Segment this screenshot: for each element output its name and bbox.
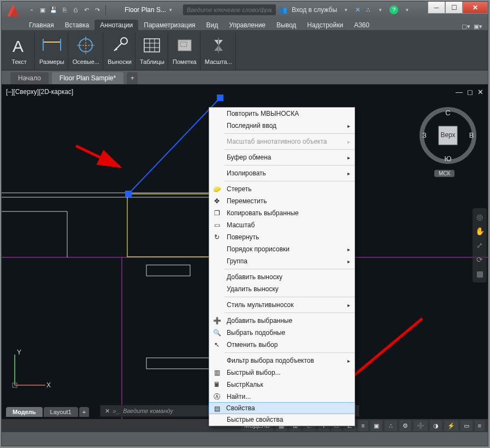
- cm-rotate[interactable]: ↻Повернуть: [209, 231, 355, 243]
- svg-rect-27: [146, 358, 209, 369]
- zoom-extents-icon[interactable]: ⤢: [474, 240, 485, 251]
- cm-quick-select[interactable]: ▥Быстрый выбор...: [209, 367, 355, 379]
- command-close-icon[interactable]: ✕: [105, 408, 110, 415]
- cm-erase[interactable]: 🧽Стереть: [209, 183, 355, 195]
- exchange-icon[interactable]: ✕: [355, 6, 361, 14]
- cm-anno-scale: Масштаб аннотативного объекта▸: [209, 135, 355, 148]
- cm-isolate[interactable]: Изолировать▸: [209, 167, 355, 179]
- svg-text:X: X: [46, 381, 51, 389]
- add-layout-button[interactable]: +: [79, 407, 89, 417]
- pan-icon[interactable]: ✋: [474, 226, 485, 237]
- help-icon[interactable]: ?: [389, 5, 398, 14]
- workspace-icon[interactable]: ⚙: [399, 420, 411, 431]
- ucs-icon: Y X: [9, 347, 53, 391]
- transparency-toggle-icon[interactable]: ▣: [370, 420, 382, 431]
- ribbon-dimensions[interactable]: Размеры: [36, 32, 68, 70]
- nav-wheel-icon[interactable]: ◎: [474, 211, 485, 222]
- cm-find[interactable]: ⒶНайти...: [209, 391, 355, 403]
- signin-icon[interactable]: 👥: [279, 6, 287, 14]
- cm-deselect[interactable]: ↖Отменить выбор: [209, 339, 355, 351]
- layout-tab[interactable]: Layout1: [44, 407, 78, 417]
- save-icon[interactable]: 💾: [49, 5, 58, 15]
- ribbon-scale[interactable]: Масшта...: [202, 32, 236, 70]
- cm-group[interactable]: Группа▸: [209, 255, 355, 267]
- svg-text:З: З: [422, 131, 427, 139]
- maximize-button[interactable]: ☐: [445, 2, 463, 14]
- wcs-label[interactable]: МСК: [434, 170, 454, 177]
- tab-a360[interactable]: A360: [349, 20, 375, 30]
- svg-text:A: A: [13, 37, 23, 55]
- move-icon: ✥: [212, 197, 221, 205]
- ribbon: A Текст Размеры Осевые... Выноски Таблиц…: [2, 30, 488, 70]
- close-button[interactable]: ✕: [463, 2, 488, 14]
- properties-icon: ▤: [212, 404, 221, 413]
- showmotion-icon[interactable]: ▦: [474, 268, 485, 279]
- cm-clipboard[interactable]: Буфер обмена▸: [209, 151, 355, 163]
- cm-mleader-style[interactable]: Стиль мультивыносок▸: [209, 299, 355, 311]
- markup-icon: [173, 33, 197, 57]
- open-icon[interactable]: ▣: [38, 5, 48, 15]
- cm-quick-props[interactable]: Быстрые свойства: [209, 414, 355, 426]
- cm-copy[interactable]: ❐Копировать выбранные: [209, 207, 355, 219]
- cm-last-input[interactable]: Последний ввод▸: [209, 120, 355, 132]
- tab-annotate[interactable]: Аннотации: [95, 20, 138, 30]
- tab-view[interactable]: Вид: [201, 20, 224, 30]
- annomonitor-icon[interactable]: ➕: [414, 420, 428, 431]
- scale-icon: [206, 33, 231, 57]
- erase-icon: 🧽: [212, 185, 221, 193]
- ribbon-centerlines[interactable]: Осевые...: [69, 32, 103, 70]
- cm-scale[interactable]: ▭Масштаб: [209, 219, 355, 231]
- cm-quickcalc[interactable]: 🖩БыстрКальк: [209, 379, 355, 391]
- infocenter-search-input[interactable]: [183, 4, 276, 15]
- ribbon-extra-icon[interactable]: ▢▾: [462, 23, 470, 30]
- cm-repeat[interactable]: Повторить МВЫНОСКА: [209, 108, 355, 120]
- doc-tab-start[interactable]: Начало: [10, 72, 49, 84]
- hardware-accel-icon[interactable]: ⚡: [444, 420, 458, 431]
- text-icon: A: [7, 33, 31, 57]
- cm-add-selected[interactable]: ➕Добавить выбранные: [209, 315, 355, 327]
- cm-add-leader[interactable]: Добавить выноску: [209, 271, 355, 283]
- find-icon: Ⓐ: [212, 392, 221, 401]
- title-dropdown-icon[interactable]: ▾: [169, 7, 172, 13]
- doc-tab-add-button[interactable]: +: [127, 72, 138, 84]
- a360-icon[interactable]: ⛬: [365, 6, 371, 14]
- doc-tab-active[interactable]: Floor Plan Sample*: [52, 72, 123, 84]
- tab-output[interactable]: Вывод: [271, 20, 302, 30]
- plot-icon[interactable]: ⎙: [70, 5, 80, 15]
- select-similar-icon: 🔍: [212, 328, 221, 337]
- ribbon-leaders[interactable]: Выноски: [104, 32, 135, 70]
- svg-text:В: В: [469, 131, 474, 139]
- orbit-icon[interactable]: ⟳: [474, 254, 485, 265]
- minimize-button[interactable]: ─: [428, 2, 445, 14]
- annoscale-icon[interactable]: ⛬: [385, 420, 397, 431]
- ribbon-text[interactable]: A Текст: [4, 32, 35, 70]
- customize-status-icon[interactable]: ≡: [475, 420, 485, 431]
- viewcube[interactable]: Верх С Ю З В МСК: [418, 105, 478, 166]
- app-logo-icon[interactable]: [4, 1, 22, 20]
- new-icon[interactable]: ▫: [27, 5, 37, 15]
- tab-insert[interactable]: Вставка: [60, 20, 95, 30]
- saveas-icon[interactable]: ⎘: [60, 5, 69, 15]
- ribbon-tables[interactable]: Таблицы: [137, 32, 168, 70]
- cm-move[interactable]: ✥Переместить: [209, 195, 355, 207]
- signin-label[interactable]: Вход в службы: [292, 6, 337, 14]
- ribbon-collapse-icon[interactable]: ▣▾: [474, 23, 482, 30]
- svg-rect-30: [125, 191, 132, 197]
- cleanscreen-icon[interactable]: ▭: [461, 420, 473, 431]
- isolate-icon[interactable]: ◑: [430, 420, 442, 431]
- ribbon-markup[interactable]: Пометка: [169, 32, 200, 70]
- cm-del-leader[interactable]: Удалить выноску: [209, 283, 355, 295]
- tab-addins[interactable]: Надстройки: [302, 20, 349, 30]
- lineweight-toggle-icon[interactable]: ≡: [358, 420, 368, 431]
- redo-icon[interactable]: ↷: [92, 5, 102, 15]
- undo-icon[interactable]: ↶: [81, 5, 91, 15]
- tab-manage[interactable]: Управление: [223, 20, 271, 30]
- cm-select-similar[interactable]: 🔍Выбрать подобные: [209, 327, 355, 339]
- cm-subobj-filter[interactable]: Фильтр выбора подобъектов▸: [209, 355, 355, 367]
- tab-home[interactable]: Главная: [23, 20, 60, 30]
- add-selected-icon: ➕: [212, 316, 221, 325]
- cm-properties[interactable]: ▤Свойства: [209, 402, 355, 414]
- tab-parametric[interactable]: Параметризация: [138, 20, 200, 30]
- cm-draw-order[interactable]: Порядок прорисовки▸: [209, 243, 355, 255]
- model-tab[interactable]: Модель: [6, 407, 43, 417]
